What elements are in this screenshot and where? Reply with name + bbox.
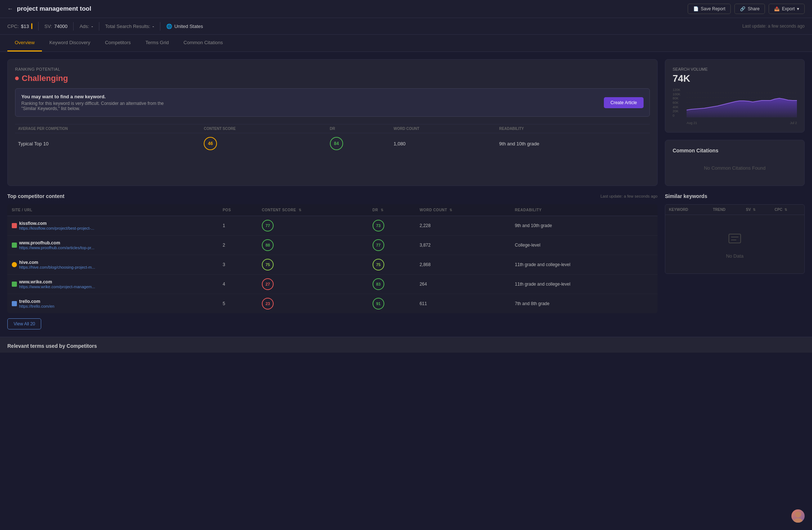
relevant-footer: Relevant terms used by Competitors bbox=[0, 337, 812, 353]
alert-desc: Ranking for this keyword is very difficu… bbox=[21, 101, 176, 111]
share-button[interactable]: 🔗 Share bbox=[734, 4, 765, 14]
avatar[interactable] bbox=[791, 509, 805, 523]
alert-box: You may want to find a new keyword. Rank… bbox=[15, 88, 650, 117]
ads-stat: Ads: - bbox=[74, 22, 99, 31]
ranking-card: Ranking Potential Challenging You may wa… bbox=[7, 59, 658, 186]
cs-score: 23 bbox=[262, 298, 274, 310]
export-button[interactable]: 📤 Export ▾ bbox=[769, 4, 805, 14]
cs-score: 88 bbox=[262, 239, 274, 251]
svg-rect-6 bbox=[729, 234, 741, 243]
nav-tabs: Overview Keyword Discovery Competitors T… bbox=[0, 35, 812, 52]
sv-stat: SV: 74000 bbox=[39, 22, 74, 31]
col-read: READABILITY bbox=[510, 204, 658, 216]
total-stat: Total Search Results: - bbox=[99, 22, 160, 31]
search-volume-card: Search Volume 74K 120K 100K 80K 60K 40K … bbox=[665, 59, 805, 132]
col-pos: POS bbox=[218, 204, 257, 216]
main-content: Ranking Potential Challenging You may wa… bbox=[0, 52, 812, 193]
table-row: www.proofhub.comhttps://www.proofhub.com… bbox=[7, 236, 658, 255]
no-data-similar: No Data bbox=[665, 215, 804, 273]
save-icon: 📄 bbox=[693, 6, 699, 11]
similar-kw-header: Similar keywords bbox=[665, 193, 805, 199]
col-dr: DR bbox=[327, 124, 391, 133]
no-data-label: No Data bbox=[680, 253, 790, 259]
create-article-button[interactable]: Create Article bbox=[604, 97, 644, 108]
bottom-grid: Top competitor content Last update: a fe… bbox=[0, 193, 812, 337]
table-row: hive.comhttps://hive.com/blog/choosing-p… bbox=[7, 255, 658, 275]
page-title: project management tool bbox=[17, 5, 91, 13]
chart-y-labels: 120K 100K 80K 60K 40K 20K 0 bbox=[673, 88, 686, 117]
chart-svg bbox=[687, 88, 797, 117]
dr-score: 91 bbox=[373, 298, 384, 310]
export-icon: 📤 bbox=[774, 6, 780, 11]
competitor-section-header: Top competitor content Last update: a fe… bbox=[7, 193, 658, 199]
competitor-content-section: Top competitor content Last update: a fe… bbox=[7, 193, 658, 329]
dr-score: 75 bbox=[373, 259, 384, 271]
similar-keywords-section: Similar keywords KEYWORD TREND SV ⇅ CPC … bbox=[665, 193, 805, 329]
alert-title: You may want to find a new keyword. bbox=[21, 94, 176, 99]
dr-score: 73 bbox=[373, 220, 384, 232]
col-readability: READABILITY bbox=[496, 124, 650, 133]
cs-score: 77 bbox=[262, 220, 274, 232]
competitor-table-header: SITE / URL POS CONTENT SCORE ⇅ DR ⇅ WORD… bbox=[7, 204, 658, 216]
kw-col-trend: TREND bbox=[709, 205, 742, 215]
relevant-title: Relevant terms used by Competitors bbox=[7, 337, 805, 353]
ranking-value: Challenging bbox=[15, 74, 650, 83]
right-panel: Search Volume 74K 120K 100K 80K 60K 40K … bbox=[665, 59, 805, 186]
cs-score: 27 bbox=[262, 278, 274, 290]
view-all-button[interactable]: View All 20 bbox=[7, 318, 41, 329]
top-bar: ← project management tool 📄 Save Report … bbox=[0, 0, 812, 18]
chart-x-labels: Aug 21 Jul 2 bbox=[687, 121, 797, 125]
dr-score: 83 bbox=[373, 278, 384, 290]
cpc-accent-bar bbox=[31, 23, 32, 29]
competitor-table: SITE / URL POS CONTENT SCORE ⇅ DR ⇅ WORD… bbox=[7, 204, 658, 313]
competitor-title: Top competitor content bbox=[7, 193, 64, 199]
row-label: Typical Top 10 bbox=[15, 133, 201, 154]
cs-score: 75 bbox=[262, 259, 274, 271]
metrics-table: AVERAGE PER COMPETION CONTENT SCORE DR W… bbox=[15, 124, 650, 154]
row-word-count: 1,080 bbox=[391, 133, 496, 154]
col-site: SITE / URL bbox=[7, 204, 218, 216]
svg-point-10 bbox=[794, 518, 802, 523]
no-common-citations: No Common Citations Found bbox=[673, 158, 797, 178]
similar-keywords-table: KEYWORD TREND SV ⇅ CPC ⇅ bbox=[665, 205, 804, 215]
dr-score: 77 bbox=[373, 239, 384, 251]
save-report-button[interactable]: 📄 Save Report bbox=[688, 4, 731, 14]
sv-value: 74K bbox=[673, 73, 797, 84]
content-score-circle: 46 bbox=[204, 137, 217, 150]
row-readability: 9th and 10th grade bbox=[496, 133, 650, 154]
ranking-dot bbox=[15, 77, 19, 80]
col-word-count: WORD COUNT bbox=[391, 124, 496, 133]
common-citations-title: Common Citations bbox=[673, 148, 797, 153]
dr-circle: 84 bbox=[330, 137, 343, 150]
last-update-header: Last update: a few seconds ago bbox=[742, 24, 805, 29]
competitor-last-update: Last update: a few seconds ago bbox=[601, 194, 658, 198]
cpc-stat: CPC: $13 bbox=[7, 22, 39, 31]
location-icon: 🌐 bbox=[166, 24, 172, 29]
location-stat: 🌐 United States bbox=[160, 22, 209, 31]
chart-area: 120K 100K 80K 60K 40K 20K 0 bbox=[673, 88, 797, 125]
col-content-score: CONTENT SCORE bbox=[201, 124, 327, 133]
table-row: kissflow.comhttps://kissflow.com/project… bbox=[7, 216, 658, 236]
common-citations-card: Common Citations No Common Citations Fou… bbox=[665, 140, 805, 186]
site-cell: kissflow.comhttps://kissflow.com/project… bbox=[7, 216, 218, 236]
col-cs: CONTENT SCORE ⇅ bbox=[257, 204, 368, 216]
tab-common-citations[interactable]: Common Citations bbox=[176, 35, 230, 52]
tab-overview[interactable]: Overview bbox=[7, 35, 42, 52]
tab-terms-grid[interactable]: Terms Grid bbox=[138, 35, 177, 52]
col-wc: WORD COUNT ⇅ bbox=[415, 204, 510, 216]
tab-keyword-discovery[interactable]: Keyword Discovery bbox=[42, 35, 97, 52]
chevron-down-icon: ▾ bbox=[797, 6, 799, 11]
back-button[interactable]: ← bbox=[7, 6, 13, 12]
col-avg: AVERAGE PER COMPETION bbox=[15, 124, 201, 133]
kw-col-cpc: CPC ⇅ bbox=[771, 205, 804, 215]
table-row: www.wrike.comhttps://www.wrike.com/proje… bbox=[7, 275, 658, 294]
table-row: trello.comhttps://trello.com/en 5 23 91 … bbox=[7, 294, 658, 314]
col-dr-h: DR ⇅ bbox=[368, 204, 415, 216]
kw-col-keyword: KEYWORD bbox=[665, 205, 709, 215]
svg-point-9 bbox=[795, 512, 801, 517]
table-row: Typical Top 10 46 84 1,080 9th and 10th … bbox=[15, 133, 650, 154]
kw-col-sv: SV ⇅ bbox=[742, 205, 771, 215]
row-content-score: 46 bbox=[201, 133, 327, 154]
tab-competitors[interactable]: Competitors bbox=[97, 35, 138, 52]
row-dr: 84 bbox=[327, 133, 391, 154]
